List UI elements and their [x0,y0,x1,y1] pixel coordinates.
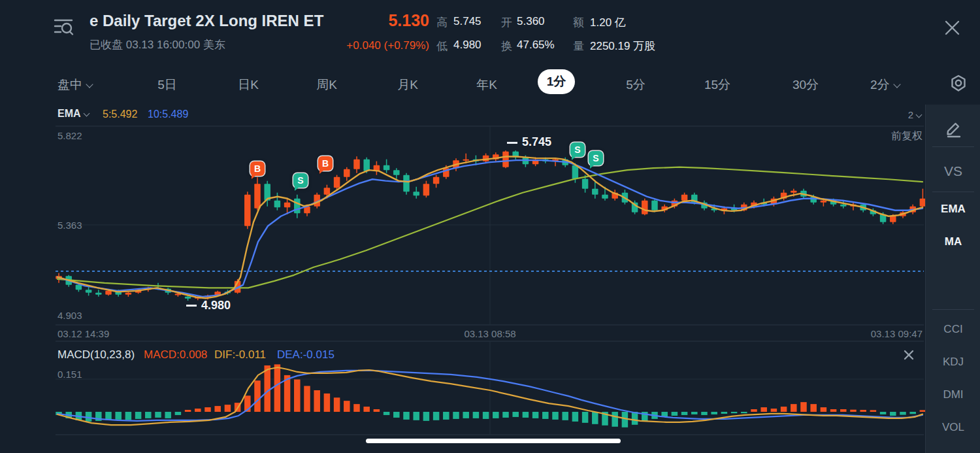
ema10-value: 10:5.489 [148,109,188,120]
horizontal-scrollbar[interactable] [366,439,621,443]
last-price: 5.130 [320,11,429,30]
macd-dif-value: DIF:-0.011 [214,348,266,361]
chart-settings-gear-icon[interactable] [949,74,968,93]
chevron-down-icon [893,80,900,88]
y-axis-label-top: 5.822 [57,130,82,141]
trading-app-window: e Daily Target 2X Long IREN ET 已收盘 03.13… [0,0,980,453]
x-axis-label-left: 03.12 14:39 [57,328,109,339]
low-price-dash [186,305,197,307]
stat-high-label: 高 [436,15,448,30]
stat-turnover-value: 47.65% [517,39,555,52]
tab-30min[interactable]: 30分 [792,76,819,93]
tab-daily[interactable]: 日K [238,76,259,93]
sidebar-item-cci[interactable]: CCI [926,323,980,336]
close-icon[interactable] [943,19,961,37]
sidebar-divider [932,309,974,310]
macd-dea-value: DEA:-0.015 [277,348,335,361]
chevron-down-icon [916,112,923,118]
sidebar-divider [932,192,974,192]
adjust-mode-label[interactable]: 前复权 [869,129,923,143]
sidebar-item-kdj[interactable]: KDJ [926,356,980,369]
stat-volume-value: 2250.19 万股 [590,39,655,54]
tab-5day[interactable]: 5日 [157,76,177,93]
y-axis-label-bottom: 4.903 [57,310,82,321]
tab-5min[interactable]: 5分 [626,76,645,93]
low-price-label: 4.980 [201,299,231,312]
candlestick-macd-chart-canvas[interactable] [0,0,980,453]
stat-amount-value: 1.20 亿 [590,15,626,30]
sell-marker-badge: S [570,143,585,157]
tab-intraday[interactable]: 盘中 [57,76,92,93]
stat-low-value: 4.980 [453,39,482,52]
stat-low-label: 低 [436,39,448,54]
stat-open-label: 开 [501,15,512,30]
macd-close-icon[interactable] [904,350,914,360]
macd-value: MACD:0.008 [144,348,207,361]
stat-volume-label: 量 [573,39,584,54]
macd-axis-label: 0.151 [57,369,82,380]
high-price-label: 5.745 [522,135,551,149]
draw-pencil-icon[interactable] [944,119,964,139]
sidebar-item-vs[interactable]: VS [926,163,980,179]
sidebar-item-dmi[interactable]: DMI [926,388,980,401]
indicator-sidebar: VS EMA MA CCI KDJ DMI VOL [925,105,980,453]
stat-amount-label: 额 [573,15,584,30]
buy-marker-badge: B [318,156,333,171]
tab-yearly[interactable]: 年K [476,76,497,93]
stat-high-value: 5.745 [453,15,482,28]
macd-indicator-title[interactable]: MACD(10,23,8) [57,348,135,361]
x-axis-label-center: 03.13 08:58 [464,328,515,339]
tab-2min-dropdown[interactable]: 2分 [870,76,900,93]
tab-15min[interactable]: 15分 [704,76,730,93]
sell-marker-badge: S [293,173,308,188]
sidebar-divider [932,146,974,147]
tab-1min-active[interactable]: 1分 [538,69,575,94]
market-status: 已收盘 03.13 16:00:00 美东 [90,37,225,52]
ema5-value: 5:5.492 [103,109,137,120]
x-axis-label-right: 03.13 09:47 [869,328,923,339]
high-price-dash [507,142,517,144]
price-change: +0.040 (+0.79%) [301,39,429,52]
tab-monthly[interactable]: 月K [397,76,418,93]
stat-turnover-label: 换 [501,39,512,54]
ema-indicator-label[interactable]: EMA [57,108,89,120]
sidebar-item-ema[interactable]: EMA [926,203,980,216]
sell-marker-badge: S [589,151,603,165]
chevron-down-icon [86,80,93,88]
chevron-down-icon [83,110,90,117]
stat-open-value: 5.360 [517,15,545,28]
y-axis-label-mid: 5.363 [57,220,82,231]
sidebar-item-vol[interactable]: VOL [926,421,980,434]
chart-count-dropdown[interactable]: 2 [875,109,921,120]
search-list-icon[interactable] [52,16,76,39]
sidebar-item-ma[interactable]: MA [926,235,980,248]
buy-marker-badge: B [250,161,265,176]
tab-weekly[interactable]: 周K [316,76,337,93]
